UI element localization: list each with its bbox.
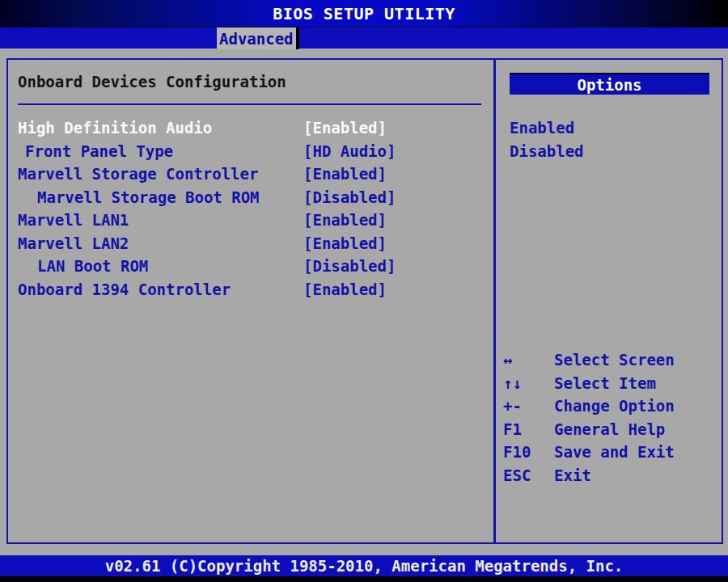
setting-row-front-panel-type[interactable]: Front Panel Type [HD Audio] [8,140,492,163]
options-header-label: Options [577,76,641,94]
section-title: Onboard Devices Configuration [18,73,286,91]
key-help-row-select-item: ↑↓ Select Item [496,372,722,395]
key-help-action: Change Option [554,397,675,415]
setting-label: Marvell Storage Controller [8,165,258,183]
bottom-black-strip [0,576,728,582]
key-help-row-change-option: +- Change Option [496,394,722,418]
esc-key: ESC [503,466,531,484]
option-enabled[interactable]: Enabled [510,116,584,140]
up-down-arrows-icon: ↑↓ [503,374,522,392]
setting-label: High Definition Audio [8,119,212,137]
section-title-divider [18,103,481,105]
key-help-action: Select Item [554,374,656,392]
setting-label: Marvell Storage Boot ROM [8,188,260,206]
plus-minus-keys: +- [503,397,522,415]
setting-value: [Disabled] [303,257,396,275]
key-help-action: General Help [554,420,665,438]
key-help-row-save-and-exit: F10 Save and Exit [496,441,722,464]
setting-label: Front Panel Type [8,142,173,160]
setting-value: [Enabled] [303,165,387,183]
options-pane: Options Enabled Disabled ↔ Select Screen… [496,60,722,542]
key-help-action: Exit [554,466,591,484]
options-header: Options [510,73,709,95]
setting-value: [Disabled] [303,188,396,206]
settings-list: High Definition Audio [Enabled] Front Pa… [8,116,492,301]
setting-row-lan-boot-rom[interactable]: LAN Boot ROM [Disabled] [8,255,492,278]
setting-row-marvell-lan2[interactable]: Marvell LAN2 [Enabled] [8,232,492,255]
copyright-text: v02.61 (C)Copyright 1985-2010, American … [105,557,624,575]
setting-row-high-definition-audio[interactable]: High Definition Audio [Enabled] [8,116,492,140]
f10-key: F10 [503,443,531,461]
setting-value: [Enabled] [303,280,387,298]
setting-row-onboard-1394-controller[interactable]: Onboard 1394 Controller [Enabled] [8,278,492,302]
tab-advanced[interactable]: Advanced [217,27,299,49]
setting-row-marvell-storage-boot-rom[interactable]: Marvell Storage Boot ROM [Disabled] [8,186,492,209]
setting-row-marvell-storage-controller[interactable]: Marvell Storage Controller [Enabled] [8,162,492,186]
bios-title-bar: BIOS SETUP UTILITY [0,0,728,27]
key-help-row-select-screen: ↔ Select Screen [496,348,722,372]
setting-value: [Enabled] [303,234,387,252]
setting-label: Marvell LAN2 [8,234,129,252]
key-help-action: Save and Exit [554,443,675,461]
key-help-row-exit: ESC Exit [496,464,722,487]
setting-value: [HD Audio] [303,142,396,160]
setting-label: Marvell LAN1 [8,211,129,229]
key-help-row-general-help: F1 General Help [496,418,722,441]
key-help-legend: ↔ Select Screen ↑↓ Select Item +- Change… [496,348,722,487]
menu-tab-bar: Advanced [0,27,728,48]
left-right-arrows-icon: ↔ [503,351,512,369]
tab-advanced-label: Advanced [219,30,294,48]
setting-label: LAN Boot ROM [8,257,148,275]
setting-row-marvell-lan1[interactable]: Marvell LAN1 [Enabled] [8,209,492,232]
setting-value: [Enabled] [303,119,387,137]
main-panel: Onboard Devices Configuration High Defin… [6,58,723,544]
option-disabled[interactable]: Disabled [510,140,584,163]
key-help-action: Select Screen [554,351,675,369]
options-list: Enabled Disabled [510,116,584,162]
setting-label: Onboard 1394 Controller [8,280,231,298]
copyright-bar: v02.61 (C)Copyright 1985-2010, American … [0,555,728,576]
f1-key: F1 [503,420,522,438]
setting-value: [Enabled] [303,211,387,229]
bios-title: BIOS SETUP UTILITY [273,4,455,23]
